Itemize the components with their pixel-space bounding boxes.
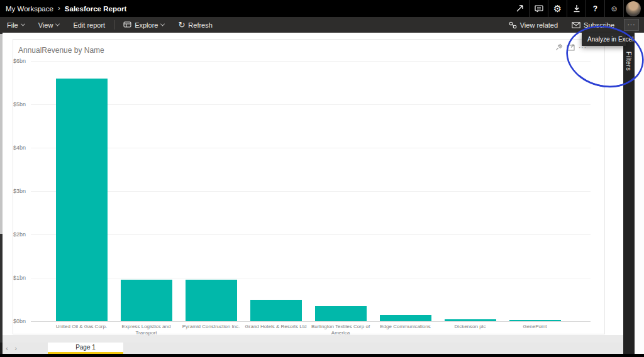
y-axis-tick-label: $4bn [13,145,28,151]
chart-bar[interactable] [380,315,431,321]
more-options-dropdown: Analyze in Excel [582,33,626,46]
app-top-bar: My Workspace › Salesforce Report ⚙ ? ☺ [0,0,644,17]
gridline [31,61,591,62]
edit-report-button[interactable]: Edit report [66,17,112,33]
x-axis-category-label: Dickenson plc [435,324,505,330]
explore-icon [123,21,131,28]
y-axis-tick-label: $3bn [13,188,28,194]
gridline [31,234,591,235]
gridline [31,104,591,105]
x-axis-category-label: GenePoint [500,324,570,330]
fullscreen-icon[interactable] [511,0,529,17]
file-menu[interactable]: File [0,17,31,33]
vertical-scrollbar-thumb[interactable] [0,34,3,234]
comments-icon[interactable] [530,0,548,17]
canvas-right-gutter [635,33,644,354]
x-axis-category-label: Pyramid Construction Inc. [176,324,246,330]
x-axis-category-label: United Oil & Gas Corp. [47,324,116,330]
chart-bar[interactable] [121,280,172,321]
more-options-button[interactable]: ··· [624,19,639,31]
chart-bar[interactable] [509,320,561,321]
breadcrumb-report-name: Salesforce Report [65,5,126,13]
gridline [31,321,591,322]
analyze-in-excel-menu-item[interactable]: Analyze in Excel [582,33,626,46]
chart-bar[interactable] [315,306,367,321]
download-icon[interactable] [567,0,586,17]
gridline [31,191,591,192]
focus-mode-icon[interactable] [567,44,575,51]
x-axis-category-label: Burlington Textiles Corp of America [306,324,375,337]
previous-page-icon[interactable]: ‹ [3,343,11,354]
view-menu[interactable]: View [31,17,67,33]
related-content-icon [509,21,517,29]
view-related-button[interactable]: View related [502,17,565,33]
chart-title: AnnualRevenue by Name [18,46,104,55]
refresh-icon: ↻ [178,21,185,29]
x-axis-category-label: Edge Communications [370,324,440,330]
pin-visual-icon[interactable] [555,43,563,51]
gridline [31,278,591,278]
breadcrumb-workspace[interactable]: My Workspace [6,5,53,13]
chart-bar[interactable] [445,319,496,321]
gridline [31,148,591,148]
help-icon[interactable]: ? [586,0,604,17]
feedback-smiley-icon[interactable]: ☺ [605,0,623,17]
bar-chart-visual: AnnualRevenue by Name ··· $0bn$1bn$2bn$3… [13,39,605,334]
chart-bar[interactable] [56,79,108,321]
next-page-icon[interactable]: › [11,343,20,354]
report-menu-bar: File View Edit report Explore ↻ Refresh … [0,17,644,33]
refresh-button[interactable]: ↻ Refresh [171,17,219,33]
user-avatar[interactable] [626,1,641,16]
y-axis-tick-label: $0bn [13,318,28,324]
explore-menu[interactable]: Explore [116,17,171,33]
envelope-icon [572,22,580,28]
chevron-down-icon [21,22,25,26]
chevron-down-icon [160,22,165,26]
subscribe-button[interactable]: Subscribe [565,17,621,33]
chevron-down-icon [55,22,60,26]
settings-gear-icon[interactable]: ⚙ [548,0,567,17]
chart-bar[interactable] [250,300,302,322]
bottom-frame-strip [0,354,644,357]
page-tab-active[interactable]: Page 1 [48,343,123,354]
breadcrumb-chevron-icon: › [58,4,60,13]
filters-pane-label: Filters [625,52,632,71]
chart-bar[interactable] [186,280,237,321]
divider [623,0,624,17]
page-tab-bar: ‹ › Page 1 [3,343,623,354]
y-axis-tick-label: $5bn [13,101,28,107]
divider [114,20,114,30]
y-axis-tick-label: $1bn [13,275,28,281]
breadcrumb: My Workspace › Salesforce Report [0,4,126,13]
y-axis-tick-label: $2bn [13,231,28,238]
x-axis-category-label: Express Logistics and Transport [111,324,181,337]
filters-pane-collapsed[interactable]: Filters [623,33,635,354]
top-icon-group: ⚙ ? ☺ [511,0,644,17]
x-axis-category-label: Grand Hotels & Resorts Ltd [241,324,311,330]
y-axis-tick-label: $6bn [13,58,28,64]
